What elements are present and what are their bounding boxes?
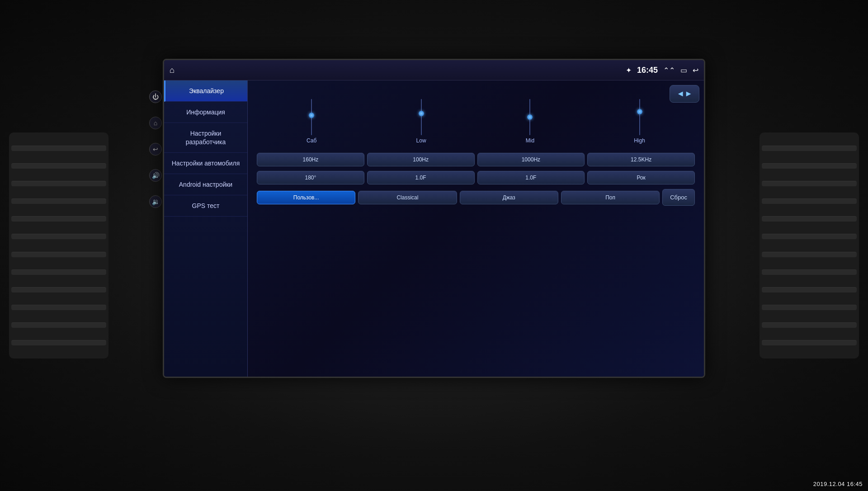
power-button[interactable]: ⏻: [149, 90, 162, 103]
freq-100hz-btn[interactable]: 100Hz: [367, 153, 475, 166]
side-controls: ⏻ ⌂ ↩ 🔊 🔉: [149, 90, 162, 208]
eq-mode-button[interactable]: ◄►: [670, 85, 699, 103]
vol-up-button[interactable]: 🔊: [149, 169, 162, 182]
preset-row: Пользов... Classical Джаз Поп Сброс: [257, 189, 695, 206]
fader-mid-label: Mid: [526, 137, 534, 144]
phase-1f-1-btn[interactable]: 1.0F: [367, 171, 475, 184]
fader-sub: Саб: [307, 99, 316, 144]
fader-low-knob[interactable]: [419, 111, 424, 116]
phase-180-btn[interactable]: 180°: [257, 171, 364, 184]
left-vent: [9, 132, 108, 359]
sidebar-item-gps-test[interactable]: GPS тест: [164, 195, 247, 217]
preset-jazz-btn[interactable]: Джаз: [460, 191, 558, 204]
vol-down-button[interactable]: 🔉: [149, 195, 162, 208]
phase-buttons-row: 180° 1.0F 1.0F Рок: [257, 171, 695, 184]
home-icon[interactable]: ⌂: [170, 66, 175, 75]
preset-pop-btn[interactable]: Поп: [561, 191, 660, 204]
faders-row: Саб Low Mid: [257, 87, 695, 146]
fader-low-track[interactable]: [421, 99, 422, 135]
fader-mid-track[interactable]: [529, 99, 530, 135]
fader-high-knob[interactable]: [637, 109, 642, 114]
eq-panel: ◄► Саб Low: [248, 80, 704, 377]
preset-classical-btn[interactable]: Classical: [358, 191, 457, 204]
fader-sub-label: Саб: [307, 137, 316, 144]
car-background: ⏻ ⌂ ↩ 🔊 🔉 ⌂ ✦ 16:45 ⌃⌃ ▭ ↩ Эквалайзер Ин…: [0, 0, 868, 491]
screen: ⌂ ✦ 16:45 ⌃⌃ ▭ ↩ Эквалайзер Информация Н…: [163, 59, 705, 378]
fader-low-label: Low: [416, 137, 426, 144]
fader-high: High: [634, 99, 645, 144]
back-icon[interactable]: ↩: [693, 66, 698, 75]
sidebar-item-car-settings[interactable]: Настройки автомобиля: [164, 153, 247, 174]
fader-low: Low: [416, 99, 426, 144]
fader-sub-knob[interactable]: [309, 113, 314, 118]
sidebar-item-dev-settings[interactable]: Настройки разработчика: [164, 123, 247, 152]
fader-high-label: High: [634, 137, 645, 144]
sidebar-item-android-settings[interactable]: Android настройки: [164, 174, 247, 195]
freq-buttons-row: 160Hz 100Hz 1000Hz 12.5KHz: [257, 153, 695, 166]
sidebar-item-info[interactable]: Информация: [164, 102, 247, 123]
fader-high-track[interactable]: [639, 99, 640, 135]
timestamp: 2019.12.04 16:45: [813, 481, 863, 487]
clock: 16:45: [637, 66, 658, 75]
reset-button[interactable]: Сброс: [662, 189, 695, 206]
back-physical-button[interactable]: ↩: [149, 143, 162, 156]
window-icon[interactable]: ▭: [680, 66, 687, 75]
preset-custom-btn[interactable]: Пользов...: [257, 191, 355, 204]
freq-12500hz-btn[interactable]: 12.5KHz: [587, 153, 695, 166]
fader-sub-track[interactable]: [311, 99, 312, 135]
fader-mid-knob[interactable]: [527, 114, 533, 120]
fader-mid: Mid: [526, 99, 534, 144]
right-vent: [760, 132, 859, 359]
bluetooth-icon: ✦: [626, 66, 632, 75]
phase-1f-2-btn[interactable]: 1.0F: [477, 171, 585, 184]
status-bar: ⌂ ✦ 16:45 ⌃⌃ ▭ ↩: [164, 60, 704, 80]
freq-1000hz-btn[interactable]: 1000Hz: [477, 153, 585, 166]
sidebar-item-equalizer[interactable]: Эквалайзер: [164, 80, 247, 102]
preset-rok-btn[interactable]: Рок: [587, 171, 695, 184]
expand-icon[interactable]: ⌃⌃: [663, 66, 675, 75]
main-content: Эквалайзер Информация Настройки разработ…: [164, 80, 704, 377]
home-physical-button[interactable]: ⌂: [149, 117, 162, 129]
freq-160hz-btn[interactable]: 160Hz: [257, 153, 364, 166]
sidebar: Эквалайзер Информация Настройки разработ…: [164, 80, 248, 377]
